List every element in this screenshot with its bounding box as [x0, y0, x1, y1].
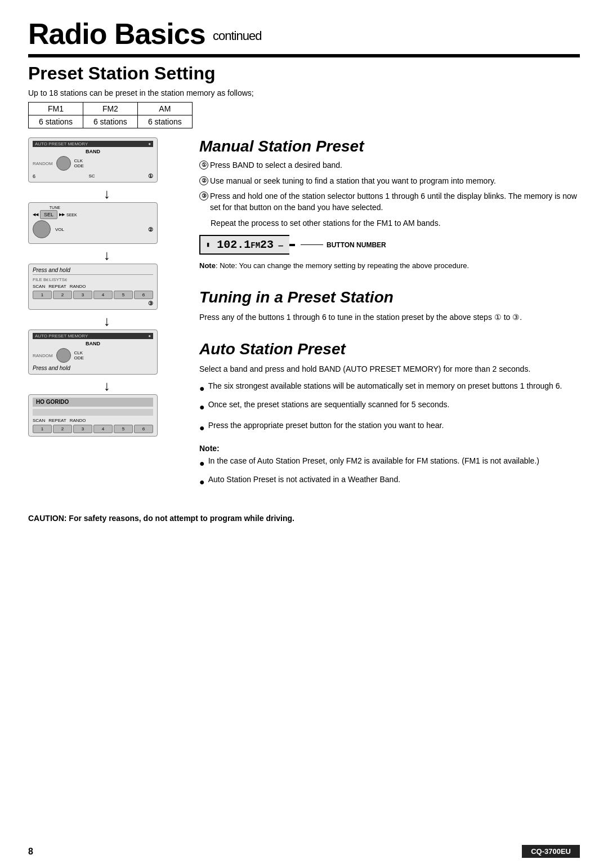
arrow-2: ↓ — [28, 248, 186, 262]
preset-btn-a6: 6 — [134, 425, 153, 433]
caution-word: CAUTION — [28, 514, 64, 523]
prev-icon: ◀◀ — [33, 212, 38, 217]
bullet-dot-1: ● — [199, 382, 205, 395]
knob-vol — [33, 220, 51, 238]
note-dot-2: ● — [199, 475, 205, 489]
step-text-3: Press and hold one of the station select… — [210, 191, 580, 213]
device-illustration-5: HO GORIDO SCAN REPEAT RANDO 1 2 3 4 5 6 — [28, 394, 158, 437]
note-dot-1: ● — [199, 457, 205, 470]
manual-preset-section: Manual Station Preset ① Press BAND to se… — [199, 137, 580, 271]
note-content: Note: You can change the memory setting … — [220, 261, 469, 270]
tune-label: TUNE — [50, 206, 60, 210]
arrow-4: ↓ — [28, 379, 186, 393]
freq-display: ▮ 102.1FM23 — — [199, 235, 289, 255]
auto-note-heading: Note: — [199, 444, 580, 453]
table-header-fm2: FM2 — [83, 103, 137, 115]
step-1: ① Press BAND to select a desired band. — [199, 160, 580, 171]
step-num-1: ① — [199, 161, 208, 170]
tuning-preset-heading: Tuning in a Preset Station — [199, 288, 580, 306]
knob-1 — [56, 156, 71, 171]
auto-preset-note-block: Note: ● In the case of Auto Station Pres… — [199, 444, 580, 489]
auto-note-text-1: In the case of Auto Station Preset, only… — [208, 455, 539, 467]
title-suffix: continued — [213, 29, 261, 43]
six-label: 6 — [33, 173, 35, 179]
auto-preset-label-2: AUTO PRESET MEMORY — [35, 333, 88, 339]
preset-btn-6: 6 — [134, 291, 153, 299]
right-column: Manual Station Preset ① Press BAND to se… — [199, 137, 580, 502]
preset-btn-3: 3 — [73, 291, 92, 299]
knob-4 — [56, 348, 71, 363]
auto-bullet-text-2: Once set, the preset stations are sequen… — [208, 399, 450, 411]
auto-bullet-text-3: Press the appropriate preset button for … — [208, 420, 444, 431]
preset-btn-a4: 4 — [93, 425, 113, 433]
random-label-1: RANDO — [70, 284, 86, 289]
title-main: Radio Basics — [28, 17, 205, 50]
preset-btn-5: 5 — [114, 291, 133, 299]
tuning-preset-body: Press any of the buttons 1 through 6 to … — [199, 311, 580, 323]
table-header-fm1: FM1 — [29, 103, 83, 115]
button-number-label: BUTTON NUMBER — [327, 241, 386, 249]
caution-text: CAUTION: For safety reasons, do not atte… — [28, 514, 580, 523]
step-num-3: ③ — [199, 192, 208, 201]
page-footer: 8 CQ-3700EU — [0, 845, 608, 858]
press-hold-label-3: Press and hold — [33, 267, 153, 275]
sel-btn: SEL — [40, 210, 57, 219]
ode-label: ODE — [74, 163, 153, 168]
table-cell-am: 6 stations — [137, 115, 192, 128]
random-label: RANDOM — [33, 161, 53, 166]
auto-preset-label: AUTO PRESET MEMORY — [35, 141, 88, 146]
page-number: 8 — [28, 847, 33, 857]
repeat-label-1: REPEAT — [48, 284, 66, 289]
band-label: BAND — [33, 149, 153, 154]
preset-btn-a5: 5 — [114, 425, 133, 433]
step-4-repeat: Repeat the process to set other stations… — [211, 217, 580, 229]
preset-btn-a1: 1 — [33, 425, 52, 433]
band-label-2: BAND — [33, 341, 153, 346]
auto-preset-heading: Auto Station Preset — [199, 340, 580, 358]
ho-gorido-display: HO GORIDO — [33, 398, 153, 407]
title-divider — [28, 54, 580, 57]
ode-label-4: ODE — [74, 355, 153, 360]
random-label-2: RANDO — [70, 418, 86, 423]
preset-btn-4: 4 — [93, 291, 113, 299]
table-cell-fm1: 6 stations — [29, 115, 83, 128]
step-2: ② Use manual or seek tuning to find a st… — [199, 176, 580, 187]
arrow-1: ↓ — [28, 187, 186, 201]
preset-station-subtitle: Up to 18 stations can be preset in the s… — [28, 88, 580, 97]
table-header-am: AM — [137, 103, 192, 115]
scan-label-2: SCAN — [33, 418, 45, 423]
press-hold-label-4: Press and hold — [33, 365, 153, 371]
device-illustration-4: AUTO PRESET MEMORY ● BAND RANDOM CLK ODE… — [28, 330, 158, 375]
clk-label: CLK — [74, 158, 153, 163]
next-icon: ▶▶ — [59, 212, 65, 217]
auto-bullet-3: ● Press the appropriate preset button fo… — [199, 420, 580, 435]
step-text-2: Use manual or seek tuning to find a stat… — [210, 176, 496, 187]
auto-bullet-text-1: The six strongest available stations wil… — [208, 380, 562, 392]
caution-body: : For safety reasons, do not attempt to … — [64, 514, 294, 523]
file-label: FILE BϵLISYTSϵ — [33, 277, 153, 282]
device-illustration-3: Press and hold FILE BϵLISYTSϵ SCAN REPEA… — [28, 264, 158, 310]
vol-label: VOL — [55, 227, 64, 232]
scan-label-1: SCAN — [33, 284, 45, 289]
device-illustration-1: AUTO PRESET MEMORY ● BAND RANDOM CLK ODE… — [28, 137, 158, 182]
circle-3: ③ — [33, 300, 153, 306]
tuning-preset-section: Tuning in a Preset Station Press any of … — [199, 288, 580, 323]
preset-btn-a2: 2 — [53, 425, 72, 433]
bullet-dot-3: ● — [199, 421, 205, 435]
preset-btn-a3: 3 — [73, 425, 92, 433]
step-num-2: ② — [199, 176, 208, 185]
random-label-4: RANDOM — [33, 353, 53, 358]
table-cell-fm2: 6 stations — [83, 115, 137, 128]
model-badge: CQ-3700EU — [522, 845, 580, 858]
page-title: Radio Basics continued — [28, 17, 580, 51]
disk-icon: ● — [148, 141, 151, 146]
display-readout-row: ▮ 102.1FM23 — BUTTON NUMBER — [199, 235, 580, 255]
auto-note-bullet-2: ● Auto Station Preset is not activated i… — [199, 474, 580, 489]
frequency-bar — [33, 409, 153, 416]
disk-icon-2: ● — [148, 333, 151, 339]
bullet-dot-2: ● — [199, 400, 205, 414]
preset-table: FM1 FM2 AM 6 stations 6 stations 6 stati… — [28, 102, 193, 128]
circle-1: ① — [148, 173, 153, 179]
step-text-1: Press BAND to select a desired band. — [210, 160, 342, 171]
clk-label-4: CLK — [74, 350, 153, 355]
